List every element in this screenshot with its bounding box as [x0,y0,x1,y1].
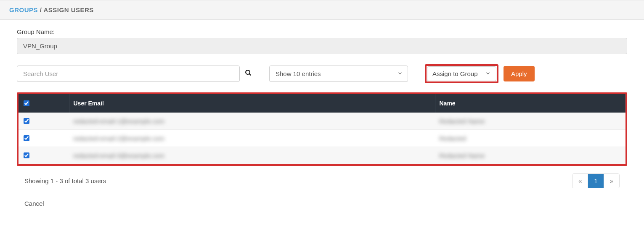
column-header-name[interactable]: Name [435,94,625,113]
user-name-cell: Redacted [439,135,466,142]
breadcrumb-root-link[interactable]: GROUPS [9,6,38,13]
assign-action-highlight: Assign to Group [425,64,498,83]
select-all-checkbox[interactable] [24,100,29,106]
svg-point-0 [246,70,250,74]
pagination-page-1[interactable]: 1 [588,174,604,188]
pagination: « 1 » [572,173,620,188]
apply-button[interactable]: Apply [504,66,535,81]
user-name-cell: Redacted Name [439,118,485,125]
row-checkbox[interactable] [24,152,29,158]
table-row: redacted-email-1@example.com Redacted Na… [19,113,625,130]
row-checkbox[interactable] [24,135,29,141]
user-email-cell: redacted-email-1@example.com [73,118,164,125]
users-table-highlight: User Email Name redacted-email-1@example… [17,92,627,166]
svg-line-1 [249,74,251,75]
user-email-cell: redacted-email-3@example.com [73,152,164,159]
search-user-input[interactable] [17,66,240,82]
table-row: redacted-email-3@example.com Redacted Na… [19,147,625,164]
column-header-email[interactable]: User Email [69,94,435,113]
user-name-cell: Redacted Name [439,152,485,159]
breadcrumb: GROUPS / ASSIGN USERS [0,0,644,20]
pagination-next[interactable]: » [604,174,619,188]
group-name-label: Group Name: [17,28,627,35]
row-checkbox[interactable] [24,118,29,124]
users-table: User Email Name redacted-email-1@example… [19,94,625,164]
cancel-link[interactable]: Cancel [17,200,627,207]
breadcrumb-current: ASSIGN USERS [43,6,93,13]
showing-count: Showing 1 - 3 of total 3 users [24,177,106,184]
user-email-cell: redacted-email-2@example.com [73,135,164,142]
breadcrumb-sep: / [38,6,43,13]
entries-per-page-select[interactable]: Show 10 entries [269,66,408,82]
assign-action-select[interactable]: Assign to Group [427,66,496,81]
pagination-prev[interactable]: « [572,174,588,188]
search-icon[interactable] [240,69,257,79]
group-name-input[interactable] [17,38,627,54]
table-row: redacted-email-2@example.com Redacted [19,130,625,147]
